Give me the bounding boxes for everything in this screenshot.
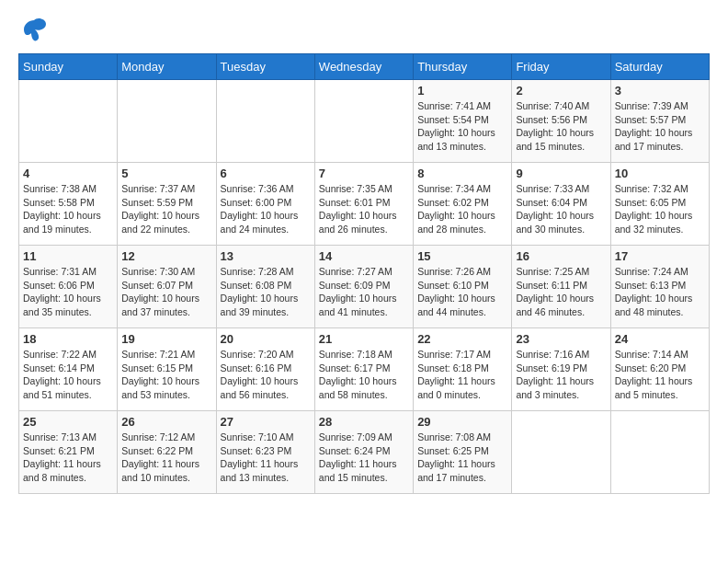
week-row-2: 4Sunrise: 7:38 AMSunset: 5:58 PMDaylight… bbox=[19, 163, 710, 246]
calendar-cell: 1Sunrise: 7:41 AMSunset: 5:54 PMDaylight… bbox=[414, 80, 512, 163]
day-number: 17 bbox=[615, 249, 705, 263]
logo bbox=[18, 18, 48, 44]
day-info: Sunrise: 7:17 AMSunset: 6:18 PMDaylight:… bbox=[417, 348, 507, 402]
day-info: Sunrise: 7:21 AMSunset: 6:15 PMDaylight:… bbox=[121, 348, 211, 402]
day-info: Sunrise: 7:16 AMSunset: 6:19 PMDaylight:… bbox=[516, 348, 606, 402]
day-number: 23 bbox=[516, 332, 606, 346]
day-number: 29 bbox=[417, 415, 507, 429]
calendar-cell bbox=[118, 80, 216, 163]
calendar-cell: 26Sunrise: 7:12 AMSunset: 6:22 PMDayligh… bbox=[118, 411, 216, 494]
calendar-table: SundayMondayTuesdayWednesdayThursdayFrid… bbox=[18, 53, 710, 494]
day-number: 26 bbox=[121, 415, 211, 429]
day-info: Sunrise: 7:35 AMSunset: 6:01 PMDaylight:… bbox=[319, 182, 409, 236]
calendar-cell: 18Sunrise: 7:22 AMSunset: 6:14 PMDayligh… bbox=[19, 328, 118, 411]
calendar-cell: 21Sunrise: 7:18 AMSunset: 6:17 PMDayligh… bbox=[314, 328, 413, 411]
day-number: 3 bbox=[615, 84, 705, 98]
week-row-4: 18Sunrise: 7:22 AMSunset: 6:14 PMDayligh… bbox=[19, 328, 710, 411]
day-info: Sunrise: 7:31 AMSunset: 6:06 PMDaylight:… bbox=[23, 265, 113, 319]
day-info: Sunrise: 7:40 AMSunset: 5:56 PMDaylight:… bbox=[516, 99, 606, 154]
day-headers-row: SundayMondayTuesdayWednesdayThursdayFrid… bbox=[19, 54, 710, 80]
day-number: 20 bbox=[221, 332, 311, 346]
logo-bird-icon bbox=[20, 17, 48, 46]
calendar-cell: 24Sunrise: 7:14 AMSunset: 6:20 PMDayligh… bbox=[610, 328, 709, 411]
calendar-cell: 16Sunrise: 7:25 AMSunset: 6:11 PMDayligh… bbox=[512, 246, 610, 328]
calendar-cell: 22Sunrise: 7:17 AMSunset: 6:18 PMDayligh… bbox=[414, 328, 512, 411]
day-info: Sunrise: 7:37 AMSunset: 5:59 PMDaylight:… bbox=[121, 182, 211, 236]
day-number: 24 bbox=[615, 332, 705, 346]
day-info: Sunrise: 7:09 AMSunset: 6:24 PMDaylight:… bbox=[319, 431, 409, 485]
day-number: 10 bbox=[615, 167, 705, 180]
day-info: Sunrise: 7:39 AMSunset: 5:57 PMDaylight:… bbox=[615, 99, 705, 154]
calendar-cell: 23Sunrise: 7:16 AMSunset: 6:19 PMDayligh… bbox=[512, 328, 610, 411]
column-header-sunday: Sunday bbox=[19, 54, 118, 80]
day-info: Sunrise: 7:34 AMSunset: 6:02 PMDaylight:… bbox=[417, 182, 507, 236]
day-number: 16 bbox=[516, 249, 606, 263]
calendar-cell: 13Sunrise: 7:28 AMSunset: 6:08 PMDayligh… bbox=[216, 246, 314, 328]
calendar-cell: 4Sunrise: 7:38 AMSunset: 5:58 PMDaylight… bbox=[19, 163, 118, 246]
day-number: 2 bbox=[516, 84, 606, 98]
day-info: Sunrise: 7:32 AMSunset: 6:05 PMDaylight:… bbox=[615, 182, 705, 236]
day-info: Sunrise: 7:28 AMSunset: 6:08 PMDaylight:… bbox=[221, 265, 311, 319]
column-header-monday: Monday bbox=[118, 54, 216, 80]
column-header-tuesday: Tuesday bbox=[216, 54, 314, 80]
calendar-cell: 3Sunrise: 7:39 AMSunset: 5:57 PMDaylight… bbox=[610, 80, 709, 163]
day-info: Sunrise: 7:25 AMSunset: 6:11 PMDaylight:… bbox=[516, 265, 606, 319]
calendar-cell bbox=[610, 411, 709, 494]
calendar-cell: 12Sunrise: 7:30 AMSunset: 6:07 PMDayligh… bbox=[118, 246, 216, 328]
day-info: Sunrise: 7:22 AMSunset: 6:14 PMDaylight:… bbox=[23, 348, 113, 402]
day-info: Sunrise: 7:27 AMSunset: 6:09 PMDaylight:… bbox=[319, 265, 409, 319]
calendar-cell: 28Sunrise: 7:09 AMSunset: 6:24 PMDayligh… bbox=[314, 411, 413, 494]
calendar-cell: 10Sunrise: 7:32 AMSunset: 6:05 PMDayligh… bbox=[610, 163, 709, 246]
calendar-cell: 19Sunrise: 7:21 AMSunset: 6:15 PMDayligh… bbox=[118, 328, 216, 411]
day-info: Sunrise: 7:10 AMSunset: 6:23 PMDaylight:… bbox=[221, 431, 311, 485]
day-number: 7 bbox=[319, 167, 409, 180]
day-info: Sunrise: 7:24 AMSunset: 6:13 PMDaylight:… bbox=[615, 265, 705, 319]
calendar-cell: 17Sunrise: 7:24 AMSunset: 6:13 PMDayligh… bbox=[610, 246, 709, 328]
day-number: 25 bbox=[23, 415, 113, 429]
day-info: Sunrise: 7:41 AMSunset: 5:54 PMDaylight:… bbox=[417, 99, 507, 154]
calendar-cell: 25Sunrise: 7:13 AMSunset: 6:21 PMDayligh… bbox=[19, 411, 118, 494]
calendar-cell bbox=[314, 80, 413, 163]
column-header-wednesday: Wednesday bbox=[314, 54, 413, 80]
calendar-cell bbox=[512, 411, 610, 494]
calendar-cell: 29Sunrise: 7:08 AMSunset: 6:25 PMDayligh… bbox=[414, 411, 512, 494]
day-number: 5 bbox=[121, 167, 211, 180]
day-number: 15 bbox=[417, 249, 507, 263]
day-number: 28 bbox=[319, 415, 409, 429]
calendar-cell: 15Sunrise: 7:26 AMSunset: 6:10 PMDayligh… bbox=[414, 246, 512, 328]
day-info: Sunrise: 7:36 AMSunset: 6:00 PMDaylight:… bbox=[221, 182, 311, 236]
day-number: 22 bbox=[417, 332, 507, 346]
week-row-5: 25Sunrise: 7:13 AMSunset: 6:21 PMDayligh… bbox=[19, 411, 710, 494]
calendar-cell bbox=[216, 80, 314, 163]
calendar-cell: 11Sunrise: 7:31 AMSunset: 6:06 PMDayligh… bbox=[19, 246, 118, 328]
calendar-cell: 20Sunrise: 7:20 AMSunset: 6:16 PMDayligh… bbox=[216, 328, 314, 411]
calendar-cell: 14Sunrise: 7:27 AMSunset: 6:09 PMDayligh… bbox=[314, 246, 413, 328]
day-number: 9 bbox=[516, 167, 606, 180]
calendar-cell: 7Sunrise: 7:35 AMSunset: 6:01 PMDaylight… bbox=[314, 163, 413, 246]
day-number: 8 bbox=[417, 167, 507, 180]
day-number: 18 bbox=[23, 332, 113, 346]
day-number: 21 bbox=[319, 332, 409, 346]
day-info: Sunrise: 7:12 AMSunset: 6:22 PMDaylight:… bbox=[121, 431, 211, 485]
calendar-cell: 2Sunrise: 7:40 AMSunset: 5:56 PMDaylight… bbox=[512, 80, 610, 163]
calendar-cell: 27Sunrise: 7:10 AMSunset: 6:23 PMDayligh… bbox=[216, 411, 314, 494]
day-number: 6 bbox=[221, 167, 311, 180]
calendar-cell: 5Sunrise: 7:37 AMSunset: 5:59 PMDaylight… bbox=[118, 163, 216, 246]
column-header-saturday: Saturday bbox=[610, 54, 709, 80]
day-info: Sunrise: 7:33 AMSunset: 6:04 PMDaylight:… bbox=[516, 182, 606, 236]
day-info: Sunrise: 7:13 AMSunset: 6:21 PMDaylight:… bbox=[23, 431, 113, 485]
calendar-cell: 6Sunrise: 7:36 AMSunset: 6:00 PMDaylight… bbox=[216, 163, 314, 246]
column-header-thursday: Thursday bbox=[414, 54, 512, 80]
day-number: 19 bbox=[121, 332, 211, 346]
day-info: Sunrise: 7:30 AMSunset: 6:07 PMDaylight:… bbox=[121, 265, 211, 319]
calendar-cell: 8Sunrise: 7:34 AMSunset: 6:02 PMDaylight… bbox=[414, 163, 512, 246]
page-header bbox=[18, 18, 710, 44]
day-number: 13 bbox=[221, 249, 311, 263]
day-number: 1 bbox=[417, 84, 507, 98]
day-info: Sunrise: 7:18 AMSunset: 6:17 PMDaylight:… bbox=[319, 348, 409, 402]
day-number: 11 bbox=[23, 249, 113, 263]
day-info: Sunrise: 7:08 AMSunset: 6:25 PMDaylight:… bbox=[417, 431, 507, 485]
day-info: Sunrise: 7:38 AMSunset: 5:58 PMDaylight:… bbox=[23, 182, 113, 236]
calendar-cell: 9Sunrise: 7:33 AMSunset: 6:04 PMDaylight… bbox=[512, 163, 610, 246]
day-number: 14 bbox=[319, 249, 409, 263]
